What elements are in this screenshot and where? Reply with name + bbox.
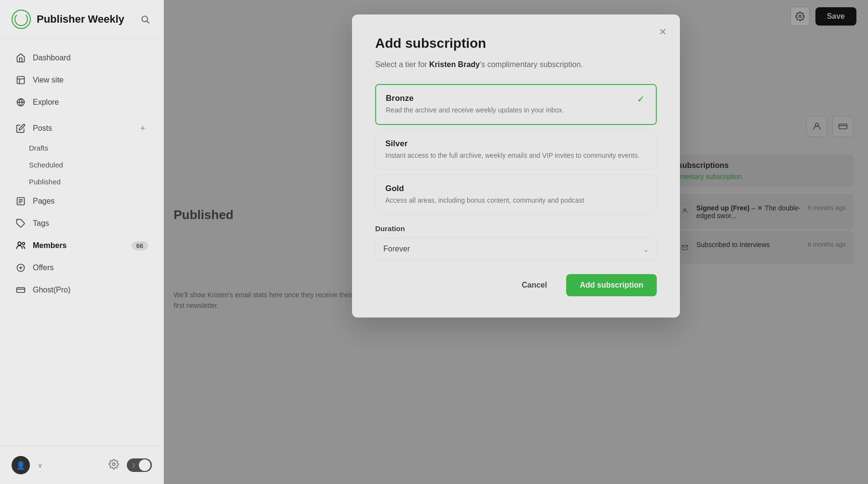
tier-silver-desc: Instant access to the full archive, week… xyxy=(385,151,647,161)
tier-bronze-desc: Read the archive and receive weekly upda… xyxy=(386,105,635,115)
ghostpro-label: Ghost(Pro) xyxy=(33,286,70,294)
duration-wrapper: Forever ⌄ xyxy=(375,237,657,261)
logo-ring xyxy=(14,13,28,26)
desc-suffix: 's complimentary subscription. xyxy=(480,60,583,69)
sidebar-item-explore[interactable]: Explore xyxy=(4,91,160,113)
sidebar-item-label: View site xyxy=(33,76,64,84)
drafts-label: Drafts xyxy=(29,144,48,152)
scheduled-label: Scheduled xyxy=(29,161,63,169)
svg-rect-2 xyxy=(17,77,25,84)
sidebar-footer: 👤 ∨ ☽ ☀ xyxy=(0,446,163,484)
offers-label: Offers xyxy=(33,263,54,272)
sidebar-item-posts[interactable]: Posts + xyxy=(4,117,160,139)
app-logo xyxy=(12,10,31,29)
tier-gold-option[interactable]: Gold Access all areas, including bonus c… xyxy=(375,175,657,215)
sidebar-item-published[interactable]: Published xyxy=(0,173,163,190)
sidebar-header: Publisher Weekly xyxy=(0,0,163,39)
sidebar-item-ghostpro[interactable]: Ghost(Pro) xyxy=(4,279,160,301)
tier-bronze-content: Bronze Read the archive and receive week… xyxy=(386,94,635,115)
modal-close-button[interactable]: ✕ xyxy=(655,24,670,40)
main-content: Save Published We'll show Kristen's emai… xyxy=(164,0,868,484)
sidebar-item-tags[interactable]: Tags xyxy=(4,212,160,235)
svg-point-0 xyxy=(142,16,148,22)
edit-icon xyxy=(15,123,26,134)
tier-bronze-name: Bronze xyxy=(386,94,635,103)
theme-toggle[interactable]: ☽ ☀ xyxy=(127,458,152,472)
posts-label: Posts xyxy=(33,124,52,133)
duration-label: Duration xyxy=(375,224,657,233)
members-icon xyxy=(15,240,26,251)
add-post-icon[interactable]: + xyxy=(137,123,148,134)
posts-section: Posts + Drafts Scheduled Published xyxy=(0,117,163,190)
svg-point-13 xyxy=(22,242,25,245)
tier-gold-content: Gold Access all areas, including bonus c… xyxy=(385,184,647,206)
pages-label: Pages xyxy=(33,197,54,206)
sun-icon: ☀ xyxy=(143,462,149,469)
tier-silver-option[interactable]: Silver Instant access to the full archiv… xyxy=(375,130,657,170)
offers-icon xyxy=(15,263,26,273)
modal-actions: Cancel Add subscription xyxy=(375,274,657,296)
members-label: Members xyxy=(33,241,67,250)
duration-value: Forever xyxy=(383,245,410,253)
tier-bronze-option[interactable]: Bronze Read the archive and receive week… xyxy=(375,84,657,125)
modal-overlay: ✕ Add subscription Select a tier for Kri… xyxy=(164,0,868,484)
svg-point-12 xyxy=(18,242,21,246)
svg-line-1 xyxy=(147,21,149,24)
sidebar: Publisher Weekly Dashboard xyxy=(0,0,164,484)
sidebar-item-label: Explore xyxy=(33,98,59,107)
sidebar-item-dashboard[interactable]: Dashboard xyxy=(4,47,160,69)
sidebar-item-pages[interactable]: Pages xyxy=(4,190,160,212)
tier-bronze-check: ✓ xyxy=(635,94,646,105)
sidebar-item-view-site[interactable]: View site xyxy=(4,69,160,91)
modal-title: Add subscription xyxy=(375,36,657,51)
sidebar-item-offers[interactable]: Offers xyxy=(4,257,160,279)
settings-icon[interactable] xyxy=(108,459,119,472)
app-title: Publisher Weekly xyxy=(37,13,133,26)
ghostpro-icon xyxy=(15,285,26,295)
tier-gold-desc: Access all areas, including bonus conten… xyxy=(385,195,647,206)
published-label: Published xyxy=(29,178,61,186)
duration-select[interactable]: Forever xyxy=(375,237,657,261)
svg-point-19 xyxy=(112,463,115,466)
add-subscription-modal: ✕ Add subscription Select a tier for Kri… xyxy=(352,14,680,318)
pages-icon xyxy=(15,196,26,207)
modal-description: Select a tier for Kristen Brady's compli… xyxy=(375,59,657,70)
members-badge: 66 xyxy=(132,241,148,250)
user-name: Kristen Brady xyxy=(429,60,480,69)
chevron-down-icon: ∨ xyxy=(38,461,42,469)
add-subscription-button[interactable]: Add subscription xyxy=(566,274,657,296)
user-avatar[interactable]: 👤 xyxy=(12,456,30,474)
sidebar-item-drafts[interactable]: Drafts xyxy=(0,139,163,156)
home-icon xyxy=(15,53,26,63)
globe-icon xyxy=(15,97,26,108)
search-icon[interactable] xyxy=(138,13,152,26)
sidebar-item-label: Dashboard xyxy=(33,54,70,62)
svg-rect-17 xyxy=(17,288,25,292)
sidebar-item-members[interactable]: Members 66 xyxy=(4,235,160,257)
tier-gold-name: Gold xyxy=(385,184,647,194)
tag-icon xyxy=(15,218,26,229)
moon-icon: ☽ xyxy=(130,462,136,469)
tags-label: Tags xyxy=(33,219,49,228)
layout-icon xyxy=(15,75,26,85)
sidebar-item-scheduled[interactable]: Scheduled xyxy=(0,156,163,173)
sidebar-navigation: Dashboard View site Explore xyxy=(0,39,163,446)
tier-silver-content: Silver Instant access to the full archiv… xyxy=(385,139,647,161)
desc-prefix: Select a tier for xyxy=(375,60,429,69)
tier-silver-name: Silver xyxy=(385,139,647,149)
cancel-button[interactable]: Cancel xyxy=(508,274,560,296)
